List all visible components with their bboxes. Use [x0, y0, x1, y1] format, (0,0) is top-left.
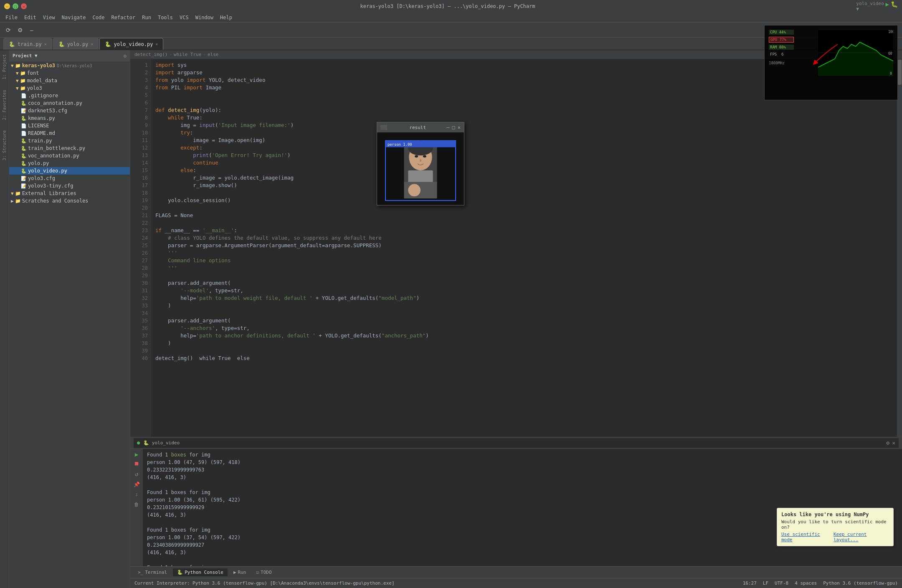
result-popup-controls: — □ ✕: [446, 124, 461, 130]
popup-maximize[interactable]: □: [452, 124, 455, 130]
status-bar: Current Interpreter: Python 3.6 (tensorf…: [130, 578, 902, 588]
tree-scratches[interactable]: ▶ 📁 Scratches and Consoles: [9, 197, 130, 205]
bottom-tab-run[interactable]: ▶ Run: [229, 568, 251, 576]
numpy-tip-body: Would you like to turn scientific mode o…: [781, 519, 889, 530]
run-config-btn[interactable]: yolo_video ▼: [856, 1, 884, 12]
run-stop-icon[interactable]: ■: [135, 460, 138, 466]
perf-cpu-row: CPU 44%: [769, 30, 815, 35]
vert-tab-structure[interactable]: 3: Structure: [1, 128, 8, 162]
tree-darknet[interactable]: 📝 darknet53.cfg: [9, 107, 130, 114]
scratches-icon: ▶: [11, 198, 14, 204]
run-line: person 1.00 (36, 61) (595, 422): [147, 496, 898, 504]
svg-text:100: 100: [888, 30, 893, 34]
tree-gitignore-label: .gitignore: [28, 93, 58, 99]
result-popup[interactable]: result — □ ✕: [377, 122, 464, 205]
root-folder-icon: 📁: [15, 63, 21, 68]
run-trash-icon[interactable]: 🗑: [134, 502, 139, 507]
toolbar-settings-btn[interactable]: ⚙: [15, 25, 25, 35]
vert-tab-project[interactable]: 1: Project: [1, 52, 8, 81]
tab-yolo-video-close[interactable]: ✕: [155, 42, 158, 46]
window-title: keras-yolo3 [D:\keras-yolo3] – ...\yolo_…: [31, 3, 864, 9]
tab-yolo-close[interactable]: ✕: [91, 42, 93, 46]
tree-model-label: model_data: [27, 78, 57, 84]
bottom-tab-terminal[interactable]: >_ Terminal: [134, 568, 171, 576]
editor-scrollbar[interactable]: [897, 59, 902, 437]
menu-tools[interactable]: Tools: [155, 14, 176, 21]
bottom-tab-todo[interactable]: ☑ TODO: [252, 568, 276, 576]
tree-yolo3[interactable]: ▼ 📁 yolo3: [9, 84, 130, 92]
tree-yolov3-tiny[interactable]: 📝 yolov3-tiny.cfg: [9, 182, 130, 190]
menu-navigate[interactable]: Navigate: [58, 14, 89, 21]
tree-root[interactable]: ▼ 📁 keras-yolo3 D:\keras-yolo3: [9, 62, 130, 69]
tree-gitignore[interactable]: 📄 .gitignore: [9, 92, 130, 99]
menu-code[interactable]: Code: [89, 14, 108, 21]
tree-kmeans[interactable]: 🐍 kmeans.py: [9, 114, 130, 122]
numpy-tip-links: Use scientific mode Keep current layout.…: [781, 532, 889, 542]
tree-voc[interactable]: 🐍 voc_annotation.py: [9, 152, 130, 160]
vert-tab-favorites[interactable]: 2: Favorites: [1, 88, 8, 122]
close-button[interactable]: ✕: [21, 3, 27, 9]
run-tab-label[interactable]: 🐍 yolo_video: [143, 440, 180, 446]
run-line: [147, 556, 898, 564]
run-tab-label-bottom: Run: [238, 570, 246, 575]
menu-view[interactable]: View: [40, 14, 58, 21]
tree-yolo3-cfg[interactable]: 📝 yolo3.cfg: [9, 175, 130, 182]
menu-edit[interactable]: Edit: [21, 14, 40, 21]
numpy-tip-title: Looks like you're using NumPy: [781, 512, 889, 517]
maximize-button[interactable]: □: [13, 3, 18, 9]
yolo-py-icon: 🐍: [58, 41, 65, 47]
tree-license[interactable]: 📄 LICENSE: [9, 122, 130, 129]
tab-yolo-py[interactable]: 🐍 yolo.py ✕: [53, 38, 99, 50]
bottom-tab-python-console[interactable]: 🐍 Python Console: [173, 568, 228, 576]
tree-yolov3-tiny-label: yolov3-tiny.cfg: [28, 183, 73, 189]
tree-font[interactable]: ▼ 📁 font: [9, 69, 130, 77]
run-pin-icon[interactable]: 📌: [134, 482, 140, 487]
run-gear-icon[interactable]: ⚙: [886, 440, 889, 446]
toolbar-sync-btn[interactable]: ⟳: [3, 25, 13, 35]
tree-gear-icon[interactable]: ⚙: [124, 53, 127, 59]
coco-py-icon: 🐍: [21, 101, 27, 106]
run-play-icon[interactable]: ▶: [135, 451, 138, 458]
menu-window[interactable]: Window: [192, 14, 217, 21]
debug-button-title[interactable]: 🐛: [891, 1, 898, 12]
menu-help[interactable]: Help: [217, 14, 236, 21]
minimize-button[interactable]: —: [4, 3, 10, 9]
yolo-tree-icon: 🐍: [21, 161, 27, 166]
editor-scrollbar-thumb[interactable]: [897, 60, 902, 85]
run-button-title[interactable]: ▶: [886, 1, 889, 12]
project-tree-header[interactable]: Project ▼ ⚙: [9, 50, 130, 62]
tab-yolo-video-py[interactable]: 🐍 yolo_video.py ✕: [99, 38, 163, 50]
tree-train[interactable]: 🐍 train.py: [9, 137, 130, 144]
menu-vcs[interactable]: VCS: [176, 14, 192, 21]
popup-close[interactable]: ✕: [458, 124, 461, 130]
tree-yolo-video[interactable]: 🐍 yolo_video.py: [9, 167, 130, 175]
run-line: (416, 416, 3): [147, 549, 898, 556]
numpy-keep-layout-link[interactable]: Keep current layout...: [834, 532, 889, 542]
menu-run[interactable]: Run: [139, 14, 155, 21]
tree-train-bottleneck[interactable]: 🐍 train_bottleneck.py: [9, 144, 130, 152]
yolov3-tiny-icon: 📝: [21, 183, 27, 189]
run-close-icon[interactable]: ✕: [892, 440, 895, 446]
status-indent: 4 spaces: [795, 580, 817, 586]
tree-coco[interactable]: 🐍 coco_annotation.py: [9, 99, 130, 107]
run-line: 0.23322319999999763: [147, 466, 898, 474]
tab-train-close[interactable]: ✕: [44, 42, 47, 46]
code-editor[interactable]: import sys import argparse from yolo imp…: [151, 59, 897, 437]
tree-readme[interactable]: 📄 README.md: [9, 129, 130, 137]
run-scroll-icon[interactable]: ⇩: [135, 492, 138, 497]
tree-yolo[interactable]: 🐍 yolo.py: [9, 160, 130, 167]
project-tree: Project ▼ ⚙ ▼ 📁 keras-yolo3 D:\keras-yol…: [9, 50, 130, 588]
run-panel: ● 🐍 yolo_video ⚙ ✕ ▶ ■ ↺ 📌 ⇩: [130, 437, 902, 566]
svg-text:60 s: 60 s: [888, 52, 893, 56]
toolbar-collapse-btn[interactable]: –: [27, 25, 37, 35]
run-rerun-icon[interactable]: ↺: [135, 471, 138, 477]
tree-model-data[interactable]: ▼ 📁 model_data: [9, 77, 130, 84]
tree-ext-libs[interactable]: ▼ 📁 External Libraries: [9, 190, 130, 197]
popup-minimize[interactable]: —: [446, 124, 449, 130]
menu-file[interactable]: File: [2, 14, 21, 21]
tab-train-py[interactable]: 🐍 train.py ✕: [3, 38, 52, 50]
menu-refactor[interactable]: Refactor: [108, 14, 139, 21]
numpy-scientific-mode-link[interactable]: Use scientific mode: [781, 532, 829, 542]
readme-icon: 📄: [21, 131, 27, 136]
status-encoding: UTF-8: [775, 580, 788, 586]
